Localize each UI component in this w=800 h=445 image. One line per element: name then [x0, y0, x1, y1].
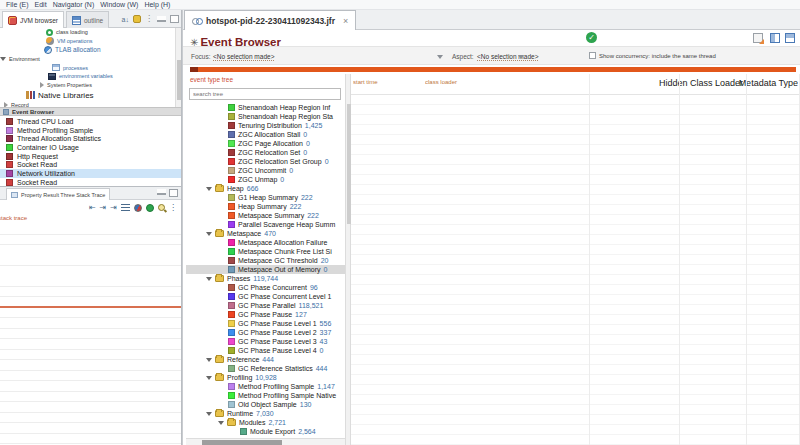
event-type-item[interactable]: Http Request: [0, 152, 181, 161]
jvm-tree-item[interactable]: processes: [0, 63, 174, 72]
jvm-tree-item[interactable]: TLAB allocation: [0, 46, 174, 55]
chevron-down-icon[interactable]: [218, 421, 224, 425]
event-tree-item[interactable]: GC Phase Pause Level 2337: [186, 328, 345, 337]
close-icon[interactable]: ×: [343, 16, 348, 26]
sort-alpha-icon[interactable]: a↓: [122, 16, 129, 23]
event-tree-item[interactable]: Method Profiling Sample Native: [186, 391, 345, 400]
chevron-down-icon[interactable]: [206, 187, 212, 191]
tab-properties-results-stacktrace[interactable]: Property Result Three Stack Trace: [6, 188, 110, 200]
maximize-icon[interactable]: [169, 189, 178, 197]
event-tree-item[interactable]: Shenandoah Heap Region Inf: [186, 103, 345, 112]
event-tree-item[interactable]: Metaspace Allocation Failure: [186, 238, 345, 247]
event-tree-item[interactable]: Method Profiling Sample1,147: [186, 382, 345, 391]
event-tree-item[interactable]: Metaspace Out of Memory0: [186, 265, 345, 274]
event-tree-item[interactable]: GC Reference Statistics444: [186, 364, 345, 373]
column-header-metadata-type[interactable]: Metadata Type: [708, 78, 798, 88]
chevron-down-icon[interactable]: [206, 358, 212, 362]
panel-splitter[interactable]: [182, 10, 183, 445]
nav-first-icon[interactable]: ⇤: [89, 203, 96, 212]
tree-horizontal-scrollbar[interactable]: [186, 438, 345, 445]
menu-item[interactable]: Help (H): [144, 1, 170, 8]
event-browser-section-header[interactable]: Event Browser: [0, 107, 181, 116]
aspect-value[interactable]: <No selection made>: [477, 53, 538, 61]
table-settings-icon[interactable]: [753, 33, 763, 43]
event-tree-item[interactable]: Metaspace470: [186, 229, 345, 238]
event-tree-item[interactable]: G1 Heap Summary222: [186, 193, 345, 202]
search-input[interactable]: [189, 88, 341, 100]
view-menu-icon[interactable]: ⋮: [169, 203, 177, 212]
event-tree-item[interactable]: GC Phase Concurrent Level 1: [186, 292, 345, 301]
nav-previous-icon[interactable]: ⇥: [100, 203, 107, 212]
menu-item[interactable]: Edit: [35, 1, 47, 8]
maximize-icon[interactable]: [170, 15, 179, 23]
chevron-down-icon[interactable]: [518, 55, 524, 59]
highlight-icon[interactable]: [133, 15, 141, 23]
jvm-tree-item[interactable]: Environment: [0, 54, 174, 63]
vertical-layout-icon[interactable]: [785, 33, 795, 43]
minimize-icon[interactable]: [157, 16, 166, 22]
horizontal-layout-icon[interactable]: [770, 33, 780, 43]
event-tree-item[interactable]: GC Phase Pause Level 1556: [186, 319, 345, 328]
event-type-tree-header[interactable]: event type tree: [190, 76, 233, 83]
chevron-down-icon[interactable]: [206, 277, 212, 281]
menu-item[interactable]: Navigator (N): [53, 1, 95, 8]
view-menu-icon[interactable]: ⋮: [145, 15, 153, 23]
event-type-item[interactable]: Socket Read: [0, 178, 181, 186]
stack-trace-column-header[interactable]: stack trace: [0, 215, 27, 221]
event-tree-item[interactable]: ZGC Relocation Set0: [186, 148, 345, 157]
jvm-tree-item[interactable]: environment variables: [0, 72, 174, 81]
concurrency-checkbox[interactable]: [589, 52, 596, 59]
chevron-down-icon[interactable]: [206, 412, 212, 416]
event-tree-item[interactable]: GC Phase Concurrent96: [186, 283, 345, 292]
menu-item[interactable]: File (E): [6, 1, 29, 8]
event-tree-item[interactable]: Metaspace GC Threshold20: [186, 256, 345, 265]
event-tree-item[interactable]: ZGC Allocation Stall0: [186, 130, 345, 139]
event-tree-item[interactable]: Tenuring Distribution1,425: [186, 121, 345, 130]
event-tree-item[interactable]: ZGC Page Allocation0: [186, 139, 345, 148]
minimize-icon[interactable]: [157, 189, 166, 195]
chevron-right-icon[interactable]: [40, 82, 44, 88]
event-tree-item[interactable]: GC Phase Pause Level 343: [186, 337, 345, 346]
event-tree-item[interactable]: GC Phase Pause127: [186, 310, 345, 319]
jvm-tree-item[interactable]: Native Libraries: [0, 90, 174, 101]
chevron-down-icon[interactable]: [0, 57, 6, 61]
thread-icon[interactable]: [146, 204, 154, 212]
event-tree-item[interactable]: Parallel Scavenge Heap Summ: [186, 220, 345, 229]
column-header-start-time[interactable]: start time: [353, 79, 423, 85]
chevron-down-icon[interactable]: [437, 55, 443, 59]
event-tree-item[interactable]: Metaspace Chunk Free List Si: [186, 247, 345, 256]
event-type-item[interactable]: Method Profiling Sample: [0, 126, 181, 135]
event-tree-item[interactable]: GC Phase Parallel118,521: [186, 301, 345, 310]
jvm-tree-scrollbar[interactable]: [175, 28, 181, 108]
event-type-item[interactable]: Container IO Usage: [0, 143, 181, 152]
tab-jfr-file[interactable]: hotspot-pid-22-230411092343.jfr ×: [184, 10, 356, 30]
timeline-bar[interactable]: [190, 67, 796, 72]
jvm-tree-item[interactable]: class loading: [0, 28, 174, 37]
event-type-item[interactable]: Socket Read: [0, 160, 181, 169]
event-type-item[interactable]: Thread CPU Load: [0, 117, 181, 126]
jvm-tree-item[interactable]: VM operations: [0, 37, 174, 46]
event-type-item[interactable]: Network Utilization: [0, 169, 181, 178]
event-tree-item[interactable]: GC Phase Pause Level 40: [186, 346, 345, 355]
pie-chart-icon[interactable]: [134, 204, 142, 212]
event-tree-item[interactable]: Modules2,721: [186, 418, 345, 427]
event-tree-item[interactable]: Phases119,744: [186, 274, 345, 283]
column-header-class-loader[interactable]: class loader: [425, 79, 505, 85]
tab-outline[interactable]: outline: [66, 11, 109, 28]
focus-value[interactable]: <No selection made>: [213, 53, 274, 61]
nav-next-icon[interactable]: ⇥: [110, 203, 117, 212]
magnifier-icon[interactable]: [158, 204, 165, 211]
event-tree-item[interactable]: Heap Summary222: [186, 202, 345, 211]
event-tree-item[interactable]: Reference444: [186, 355, 345, 364]
event-tree-item[interactable]: Heap666: [186, 184, 345, 193]
chevron-down-icon[interactable]: [206, 232, 212, 236]
menu-item[interactable]: Window (W): [100, 1, 138, 8]
event-tree-item[interactable]: Shenandoah Heap Region Sta: [186, 112, 345, 121]
event-tree-item[interactable]: Profiling10,928: [186, 373, 345, 382]
tab-jvm-browser[interactable]: JVM browser: [2, 11, 64, 28]
tree-view-icon[interactable]: [121, 204, 130, 212]
event-tree-item[interactable]: ZGC Unmap0: [186, 175, 345, 184]
chevron-down-icon[interactable]: [206, 376, 212, 380]
event-tree-item[interactable]: Metaspace Summary222: [186, 211, 345, 220]
event-type-item[interactable]: Thread Allocation Statistics: [0, 134, 181, 143]
